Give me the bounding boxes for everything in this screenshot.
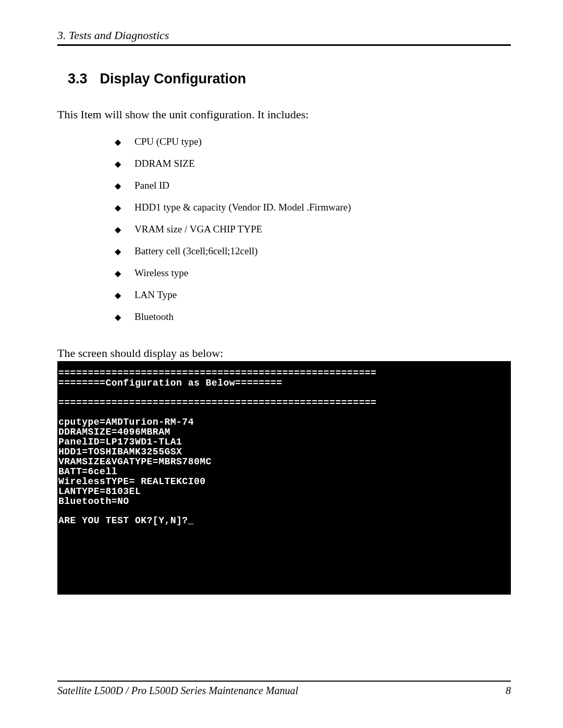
console-line: LANTYPE=8103EL [58,486,141,497]
intro-paragraph: This Item will show the unit configurati… [57,108,511,121]
section-title: 3.3Display Configuration [68,71,511,87]
list-item: ◆LAN Type [115,289,511,301]
bullet-icon: ◆ [115,246,134,256]
console-divider: ========================================… [58,398,376,408]
bullet-icon: ◆ [115,181,134,191]
bullet-icon: ◆ [115,159,134,169]
list-item: ◆Bluetooth [115,311,511,323]
bullet-icon: ◆ [115,225,134,235]
console-title-left: ======== [58,378,105,388]
screen-intro: The screen should display as below: [57,347,511,360]
console-line: HDD1=TOSHIBAMK3255GSX [58,447,182,457]
chapter-header-text: 3. Tests and Diagnostics [57,29,169,42]
list-item: ◆DDRAM SIZE [115,158,511,169]
page-number: 8 [506,685,511,697]
list-item-text: VRAM size / VGA CHIP TYPE [134,224,262,235]
console-line: VRAMSIZE&VGATYPE=MBRS780MC [58,456,212,467]
bullet-icon: ◆ [115,268,134,278]
list-item-text: CPU (CPU type) [134,136,202,147]
screen-intro-text: The screen should display as below: [57,347,223,360]
list-item: ◆HDD1 type & capacity (Vendor ID. Model … [115,202,511,213]
page-footer: Satellite L500D / Pro L500D Series Maint… [57,681,511,697]
config-bullet-list: ◆CPU (CPU type) ◆DDRAM SIZE ◆Panel ID ◆H… [115,136,511,333]
list-item-text: DDRAM SIZE [134,158,195,169]
console-line: Bluetooth=NO [58,496,129,507]
list-item: ◆Panel ID [115,180,511,191]
list-item-text: LAN Type [134,289,177,301]
list-item-text: HDD1 type & capacity (Vendor ID. Model .… [134,202,351,213]
console-line: cputype=AMDTurion-RM-74 [58,417,194,427]
console-line: DDRAMSIZE=4096MBRAM [58,427,170,437]
list-item: ◆CPU (CPU type) [115,136,511,147]
console-prompt: ARE YOU TEST OK?[Y,N]?_ [58,515,194,526]
bullet-icon: ◆ [115,137,134,147]
console-title-right: ======== [235,378,282,388]
list-item: ◆Battery cell (3cell;6cell;12cell) [115,245,511,257]
list-item: ◆VRAM size / VGA CHIP TYPE [115,224,511,235]
console-line: BATT=6cell [58,466,117,477]
list-item-text: Panel ID [134,180,169,191]
page-container: 3. Tests and Diagnostics 3.3Display Conf… [0,0,563,728]
bullet-icon: ◆ [115,290,134,300]
console-line: PanelID=LP173WD1-TLA1 [58,437,182,447]
list-item-text: Bluetooth [134,311,174,323]
bullet-icon: ◆ [115,203,134,213]
footer-title: Satellite L500D / Pro L500D Series Maint… [57,685,298,697]
intro-text: This Item will show the unit configurati… [57,108,309,121]
chapter-header: 3. Tests and Diagnostics [57,29,511,46]
list-item-text: Battery cell (3cell;6cell;12cell) [134,245,258,257]
list-item: ◆Wireless type [115,267,511,279]
list-item-text: Wireless type [134,267,188,279]
bullet-icon: ◆ [115,312,134,322]
console-title-center: Configuration as Below [105,378,235,388]
section-number: 3.3 [68,71,88,87]
section-title-text: Display Configuration [100,71,247,87]
console-output: ========================================… [57,361,511,595]
console-line: WirelessTYPE= REALTEKCI00 [58,476,206,487]
console-divider: ========================================… [58,368,376,378]
